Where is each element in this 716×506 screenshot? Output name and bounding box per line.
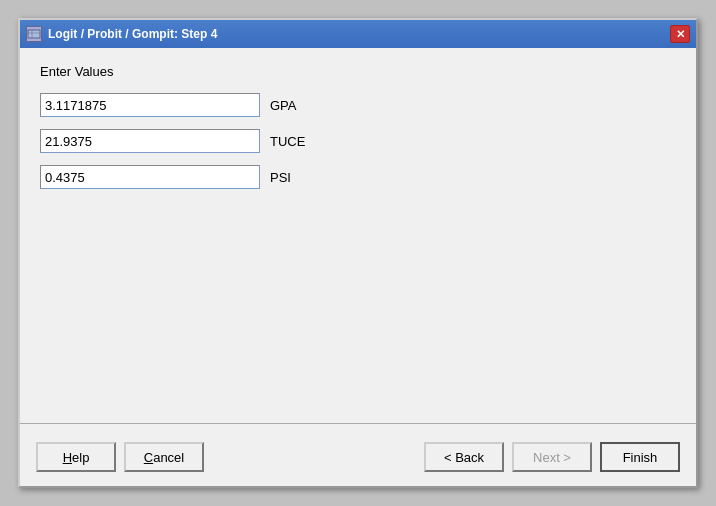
divider (20, 423, 696, 424)
main-window: Logit / Probit / Gompit: Step 4 ✕ Enter … (18, 18, 698, 488)
back-button[interactable]: < Back (424, 442, 504, 472)
next-label: Next > (533, 450, 571, 465)
btn-group-right: < Back Next > Finish (424, 442, 680, 472)
next-button[interactable]: Next > (512, 442, 592, 472)
titlebar-left: Logit / Probit / Gompit: Step 4 (26, 26, 217, 42)
app-icon (26, 26, 42, 42)
svg-rect-0 (28, 30, 40, 38)
psi-label: PSI (270, 170, 291, 185)
help-underline: Help (63, 450, 90, 465)
window-title: Logit / Probit / Gompit: Step 4 (48, 27, 217, 41)
psi-input[interactable] (40, 165, 260, 189)
titlebar: Logit / Probit / Gompit: Step 4 ✕ (20, 20, 696, 48)
help-button[interactable]: Help (36, 442, 116, 472)
field-row-psi: PSI (40, 165, 676, 189)
finish-button[interactable]: Finish (600, 442, 680, 472)
fields-area: GPA TUCE PSI (40, 93, 676, 189)
button-bar: Help Cancel < Back Next > Finish (20, 434, 696, 486)
section-label: Enter Values (40, 64, 676, 79)
field-row-tuce: TUCE (40, 129, 676, 153)
close-button[interactable]: ✕ (670, 25, 690, 43)
gpa-label: GPA (270, 98, 297, 113)
content-area: Enter Values GPA TUCE PSI (20, 48, 696, 423)
field-row-gpa: GPA (40, 93, 676, 117)
btn-group-left: Help Cancel (36, 442, 204, 472)
tuce-input[interactable] (40, 129, 260, 153)
gpa-input[interactable] (40, 93, 260, 117)
cancel-button[interactable]: Cancel (124, 442, 204, 472)
tuce-label: TUCE (270, 134, 305, 149)
cancel-underline: Cancel (144, 450, 184, 465)
